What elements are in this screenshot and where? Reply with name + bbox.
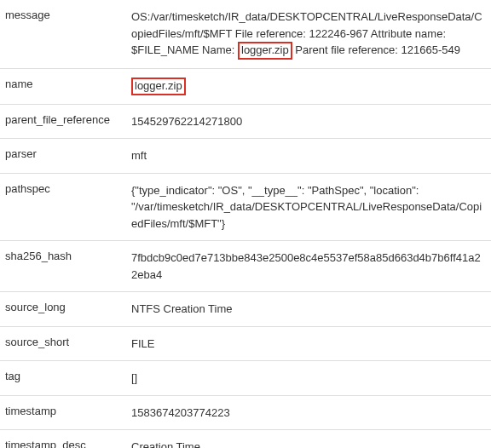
val-source-short: FILE	[124, 327, 491, 361]
row-message: message OS:/var/timesketch/IR_data/DESKT…	[0, 0, 491, 69]
row-sha256-hash: sha256_hash 7fbdcb9c0ed7e713bbe843e2500e…	[0, 241, 491, 292]
row-source-long: source_long NTFS Creation Time	[0, 292, 491, 327]
row-tag: tag []	[0, 361, 491, 396]
row-source-short: source_short FILE	[0, 327, 491, 362]
val-source-long: NTFS Creation Time	[124, 292, 491, 326]
key-parent-file-reference: parent_file_reference	[0, 105, 124, 139]
key-message: message	[0, 0, 124, 68]
attribute-table: message OS:/var/timesketch/IR_data/DESKT…	[0, 0, 491, 448]
val-timestamp: 1583674203774223	[124, 396, 491, 430]
key-sha256-hash: sha256_hash	[0, 241, 124, 291]
highlight-message: logger.zip	[238, 42, 292, 60]
row-parser: parser mft	[0, 139, 491, 174]
val-parent-file-reference: 154529762214271800	[124, 105, 491, 139]
val-name: logger.zip	[124, 69, 491, 104]
val-timestamp-desc: Creation Time	[124, 430, 491, 448]
key-timestamp-desc: timestamp_desc	[0, 430, 124, 448]
row-timestamp-desc: timestamp_desc Creation Time	[0, 430, 491, 448]
key-name: name	[0, 69, 124, 104]
row-pathspec: pathspec {"type_indicator": "OS", "__typ…	[0, 174, 491, 242]
message-post: Parent file reference: 121665-549	[292, 43, 460, 56]
val-pathspec: {"type_indicator": "OS", "__type__": "Pa…	[124, 174, 491, 241]
val-parser: mft	[124, 139, 491, 173]
key-timestamp: timestamp	[0, 396, 124, 430]
key-source-long: source_long	[0, 292, 124, 326]
key-source-short: source_short	[0, 327, 124, 361]
highlight-name: logger.zip	[131, 78, 186, 95]
key-pathspec: pathspec	[0, 174, 124, 241]
val-message: OS:/var/timesketch/IR_data/DESKTOPCENTRA…	[124, 0, 491, 68]
row-timestamp: timestamp 1583674203774223	[0, 396, 491, 431]
val-sha256-hash: 7fbdcb9c0ed7e713bbe843e2500e8c4e5537ef58…	[124, 241, 491, 291]
key-tag: tag	[0, 361, 124, 395]
key-parser: parser	[0, 139, 124, 173]
val-tag: []	[124, 361, 491, 395]
row-parent-file-reference: parent_file_reference 154529762214271800	[0, 105, 491, 140]
row-name: name logger.zip	[0, 69, 491, 105]
